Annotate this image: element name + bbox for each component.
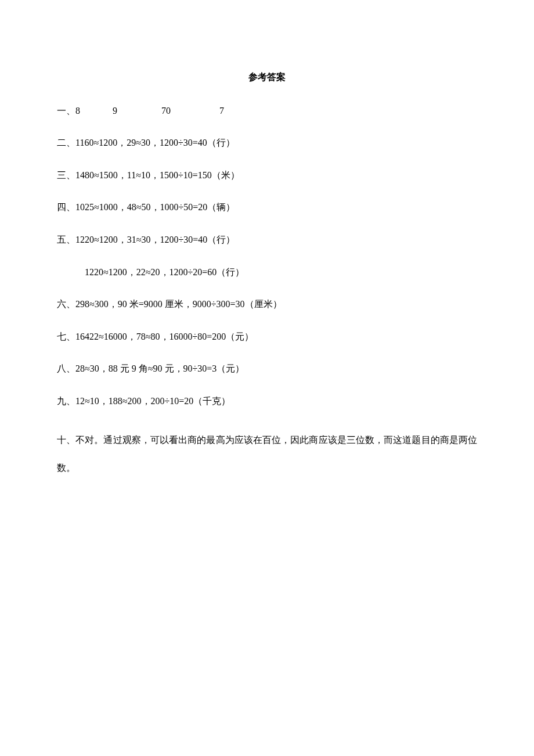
answer-1: 一、8 9 70 7	[57, 103, 477, 118]
answer-7: 七、16422≈16000，78≈80，16000÷80=200（元）	[57, 329, 477, 344]
answer-6: 六、298≈300，90 米=9000 厘米，9000÷300=30（厘米）	[57, 297, 477, 312]
answer-9: 九、12≈10，188≈200，200÷10=20（千克）	[57, 394, 477, 409]
page-title: 参考答案	[57, 70, 477, 85]
answer-8: 八、28≈30，88 元 9 角≈90 元，90÷30=3（元）	[57, 361, 477, 376]
answer-4: 四、1025≈1000，48≈50，1000÷50=20（辆）	[57, 200, 477, 215]
answer-2: 二、1160≈1200，29≈30，1200÷30=40（行）	[57, 135, 477, 150]
answer-5b: 1220≈1200，22≈20，1200÷20=60（行）	[57, 265, 477, 280]
answer-5: 五、1220≈1200，31≈30，1200÷30=40（行）	[57, 232, 477, 247]
answer-3: 三、1480≈1500，11≈10，1500÷10=150（米）	[57, 168, 477, 183]
answer-10: 十、不对。通过观察，可以看出商的最高为应该在百位，因此商应该是三位数，而这道题目…	[57, 426, 477, 482]
